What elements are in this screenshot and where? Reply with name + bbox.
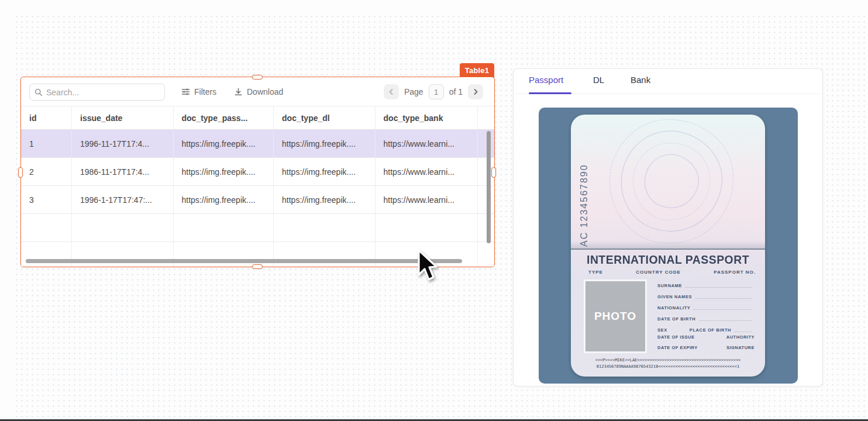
nationality-label: NATIONALITY (657, 305, 690, 310)
resize-handle-left[interactable] (18, 167, 23, 178)
cell-overflow (478, 186, 494, 214)
table-header-row: id issue_date doc_type_pass... doc_type_… (21, 106, 494, 130)
filters-label: Filters (194, 87, 216, 96)
cell-doc-type-pass[interactable]: https://img.freepik.... (174, 158, 274, 186)
cell-overflow (478, 130, 494, 158)
table-row[interactable]: 1 1996-11-17T17:4... https://img.freepik… (21, 130, 494, 158)
download-button[interactable]: Download (234, 83, 283, 101)
passport-fields: SURNAME GIVEN NAMES NATIONALITY DATE OF … (657, 283, 755, 339)
mouse-cursor-icon (416, 249, 439, 283)
passport-image: AC 1234567890 INTERNATIONAL PASSPORT TYP… (539, 108, 798, 384)
photo-placeholder: PHOTO (584, 279, 647, 353)
widget-name-tag[interactable]: Table1 (460, 63, 494, 78)
cell-id[interactable]: 3 (21, 186, 72, 214)
signature-label: SIGNATURE (726, 345, 755, 356)
passport-title: INTERNATIONAL PASSPORT (574, 253, 762, 267)
passport-no-label: PASSPORT NO. (714, 270, 756, 275)
cell-issue-date[interactable]: 1986-11-17T17:4... (72, 158, 174, 186)
cell-id[interactable]: 2 (21, 158, 72, 186)
filters-icon (181, 88, 190, 96)
filters-button[interactable]: Filters (181, 83, 216, 101)
cell-doc-type-pass[interactable]: https://img.freepik.... (174, 130, 274, 158)
document-preview-card: Passport DL Bank AC 1234567890 INTERNATI… (513, 68, 823, 387)
column-header-doc-type-dl[interactable]: doc_type_dl (274, 106, 376, 129)
chevron-left-icon (388, 88, 395, 95)
vertical-scrollbar[interactable] (487, 131, 491, 243)
given-names-label: GIVEN NAMES (657, 294, 692, 299)
resize-handle-bottom[interactable] (252, 264, 263, 269)
sex-label: SEX (657, 327, 667, 333)
search-box[interactable] (29, 84, 165, 101)
table-toolbar: Filters Download Page of 1 (21, 77, 494, 106)
search-icon (35, 88, 43, 96)
cell-doc-type-dl[interactable]: https://img.freepik.... (274, 130, 376, 158)
passport-serial-number: AC 1234567890 (579, 124, 590, 247)
place-of-birth-label: PLACE OF BIRTH (690, 327, 731, 333)
table-row[interactable]: 3 1996-1-17T17:47:... https://img.freepi… (21, 186, 494, 214)
column-header-id[interactable]: id (21, 106, 72, 129)
passport-issue-fields: DATE OF ISSUE AUTHORITY DATE OF EXPIRY S… (657, 334, 755, 356)
mrz-line-1: <<<P>><<MIKE<<LAE>>>>>>>>>>>>>>>>>>>>>>>… (571, 357, 765, 364)
cell-id[interactable]: 1 (21, 130, 72, 158)
cell-doc-type-bank[interactable]: https://www.learni... (376, 186, 478, 214)
mrz-line-2: 0123456789NAAAA9876543210<<<<<<<<<<<<<<<… (571, 364, 765, 370)
photo-label: PHOTO (594, 310, 636, 323)
page-number-input[interactable] (429, 84, 444, 99)
cell-doc-type-bank[interactable]: https://www.learni... (376, 158, 478, 186)
prev-page-button[interactable] (384, 84, 399, 99)
page-label: Page (404, 87, 423, 96)
table-widget[interactable]: Filters Download Page of 1 (21, 77, 494, 267)
pagination: Page of 1 (384, 84, 483, 99)
cell-doc-type-dl[interactable]: https://img.freepik.... (274, 186, 376, 214)
download-label: Download (247, 87, 283, 96)
next-page-button[interactable] (468, 84, 483, 99)
column-header-doc-type-bank[interactable]: doc_type_bank (376, 106, 478, 129)
cell-doc-type-bank[interactable]: https://www.learni... (376, 130, 478, 158)
download-icon (234, 88, 243, 96)
passport-header-fields: TYPE COUNTRY CODE PASSPORT NO. (588, 270, 756, 275)
tab-bar: Passport DL Bank (514, 69, 822, 94)
authority-label: AUTHORITY (726, 334, 755, 345)
passport-fold (571, 241, 765, 249)
search-input[interactable] (46, 88, 160, 97)
date-of-birth-label: DATE OF BIRTH (657, 316, 695, 322)
table-row[interactable]: 2 1986-11-17T17:4... https://img.freepik… (21, 158, 494, 186)
table-body: 1 1996-11-17T17:4... https://img.freepik… (21, 130, 494, 267)
active-tab-indicator (529, 92, 571, 94)
tab-dl[interactable]: DL (593, 75, 604, 85)
date-of-issue-label: DATE OF ISSUE (657, 334, 694, 345)
table-row-empty (21, 214, 494, 242)
passport-mrz: <<<P>><<MIKE<<LAE>>>>>>>>>>>>>>>>>>>>>>>… (571, 357, 765, 370)
chevron-right-icon (472, 88, 479, 95)
horizontal-scrollbar[interactable] (26, 259, 462, 263)
type-label: TYPE (588, 270, 603, 275)
cell-doc-type-dl[interactable]: https://img.freepik.... (274, 158, 376, 186)
surname-label: SURNAME (657, 283, 682, 288)
column-header-doc-type-pass[interactable]: doc_type_pass... (174, 106, 274, 129)
resize-handle-right[interactable] (491, 167, 496, 178)
column-header-overflow (478, 106, 494, 129)
column-header-issue-date[interactable]: issue_date (72, 106, 174, 129)
tab-passport[interactable]: Passport (529, 75, 563, 85)
tab-bank[interactable]: Bank (631, 75, 650, 85)
country-code-label: COUNTRY CODE (636, 270, 680, 275)
cell-issue-date[interactable]: 1996-1-17T17:47:... (72, 186, 174, 214)
resize-handle-top[interactable] (252, 75, 263, 80)
date-of-expiry-label: DATE OF EXPIRY (657, 345, 698, 356)
passport-page: AC 1234567890 INTERNATIONAL PASSPORT TYP… (571, 115, 765, 377)
cell-doc-type-pass[interactable]: https://img.freepik.... (174, 186, 274, 214)
page-total-label: of 1 (449, 87, 463, 96)
cell-issue-date[interactable]: 1996-11-17T17:4... (72, 130, 174, 158)
